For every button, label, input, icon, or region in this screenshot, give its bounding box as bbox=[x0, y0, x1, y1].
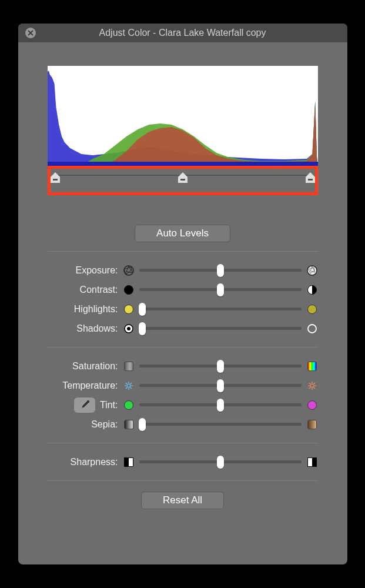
tint-magenta-icon bbox=[306, 399, 318, 411]
highlights-slider[interactable] bbox=[139, 308, 302, 310]
shadows-high-icon bbox=[306, 323, 318, 335]
titlebar: Adjust Color - Clara Lake Waterfall copy bbox=[18, 24, 347, 42]
sharpness-row: Sharpness: bbox=[48, 452, 318, 472]
saturation-thumb[interactable] bbox=[217, 360, 224, 373]
svg-rect-3 bbox=[308, 179, 313, 181]
temperature-cold-icon bbox=[123, 380, 135, 392]
tint-thumb[interactable] bbox=[217, 399, 224, 412]
temperature-warm-icon bbox=[306, 380, 318, 392]
adjust-color-window: Adjust Color - Clara Lake Waterfall copy bbox=[18, 24, 347, 564]
svg-rect-2 bbox=[180, 179, 185, 181]
exposure-row: Exposure: bbox=[48, 260, 318, 280]
temperature-row: Temperature: bbox=[48, 376, 318, 395]
sharpness-high-icon bbox=[306, 456, 318, 468]
tint-label: Tint: bbox=[100, 400, 118, 410]
svg-point-8 bbox=[127, 327, 130, 330]
saturation-label: Saturation: bbox=[48, 361, 118, 372]
temperature-slider[interactable] bbox=[139, 384, 302, 387]
sepia-thumb[interactable] bbox=[139, 418, 146, 431]
tint-green-icon bbox=[123, 399, 135, 411]
svg-point-12 bbox=[87, 400, 89, 402]
highlights-label: Highlights: bbox=[48, 304, 118, 315]
highlights-high-icon bbox=[306, 303, 318, 315]
black-point-marker[interactable] bbox=[51, 172, 60, 183]
svg-rect-1 bbox=[53, 179, 58, 181]
close-button[interactable] bbox=[25, 28, 36, 38]
svg-point-5 bbox=[307, 266, 317, 275]
sharpness-low-icon bbox=[123, 456, 135, 468]
highlights-row: Highlights: bbox=[48, 299, 318, 319]
contrast-label: Contrast: bbox=[48, 285, 118, 295]
white-point-marker[interactable] bbox=[306, 172, 315, 183]
saturation-row: Saturation: bbox=[48, 356, 318, 376]
tint-slider[interactable] bbox=[139, 403, 302, 406]
sharpness-group: Sharpness: bbox=[36, 449, 330, 475]
divider bbox=[48, 347, 318, 348]
mid-point-marker[interactable] bbox=[178, 172, 187, 183]
reset-all-button[interactable]: Reset All bbox=[141, 492, 224, 509]
sepia-label: Sepia: bbox=[48, 419, 118, 430]
shadows-thumb[interactable] bbox=[139, 322, 146, 335]
aperture-open-icon bbox=[306, 265, 318, 276]
temperature-label: Temperature: bbox=[48, 380, 118, 391]
exposure-group: Exposure: Contrast: bbox=[36, 258, 330, 341]
aperture-closed-icon bbox=[123, 265, 135, 276]
contrast-high-icon bbox=[306, 284, 318, 296]
svg-point-9 bbox=[308, 325, 316, 333]
svg-rect-16 bbox=[312, 457, 317, 466]
eyedropper-button[interactable] bbox=[74, 397, 95, 413]
sharpness-label: Sharpness: bbox=[48, 457, 118, 467]
exposure-slider[interactable] bbox=[139, 269, 302, 272]
histogram bbox=[48, 66, 318, 166]
contrast-low-icon bbox=[123, 284, 135, 296]
sepia-slider[interactable] bbox=[139, 423, 302, 426]
svg-rect-14 bbox=[124, 457, 129, 466]
levels-track[interactable] bbox=[55, 175, 310, 176]
content: Auto Levels Exposure: Contrast: bbox=[18, 42, 347, 521]
divider bbox=[48, 480, 318, 481]
sharpness-slider[interactable] bbox=[139, 460, 302, 463]
shadows-low-icon bbox=[123, 323, 135, 335]
shadows-slider[interactable] bbox=[139, 327, 302, 330]
saturation-slider[interactable] bbox=[139, 365, 302, 368]
svg-point-10 bbox=[127, 384, 130, 387]
highlights-low-icon bbox=[123, 303, 135, 315]
contrast-row: Contrast: bbox=[48, 280, 318, 299]
sepia-row: Sepia: bbox=[48, 415, 318, 434]
tint-row: Tint: bbox=[48, 395, 318, 415]
window-title: Adjust Color - Clara Lake Waterfall copy bbox=[18, 28, 347, 38]
sepia-low-icon bbox=[123, 419, 135, 430]
saturation-high-icon bbox=[306, 360, 318, 372]
divider bbox=[48, 251, 318, 252]
color-group: Saturation: Temperature: bbox=[36, 353, 330, 437]
exposure-label: Exposure: bbox=[48, 265, 118, 276]
svg-rect-0 bbox=[48, 162, 318, 166]
divider bbox=[48, 443, 318, 443]
contrast-thumb[interactable] bbox=[217, 283, 224, 296]
highlights-thumb[interactable] bbox=[139, 303, 146, 316]
sharpness-thumb[interactable] bbox=[217, 456, 224, 469]
svg-point-11 bbox=[310, 384, 314, 387]
sepia-high-icon bbox=[306, 419, 318, 430]
shadows-row: Shadows: bbox=[48, 319, 318, 338]
exposure-thumb[interactable] bbox=[217, 264, 224, 277]
contrast-slider[interactable] bbox=[139, 288, 302, 291]
auto-levels-button[interactable]: Auto Levels bbox=[135, 225, 230, 242]
temperature-thumb[interactable] bbox=[217, 379, 224, 392]
shadows-label: Shadows: bbox=[48, 323, 118, 334]
levels-slider-highlight bbox=[48, 166, 318, 195]
saturation-low-icon bbox=[123, 360, 135, 372]
